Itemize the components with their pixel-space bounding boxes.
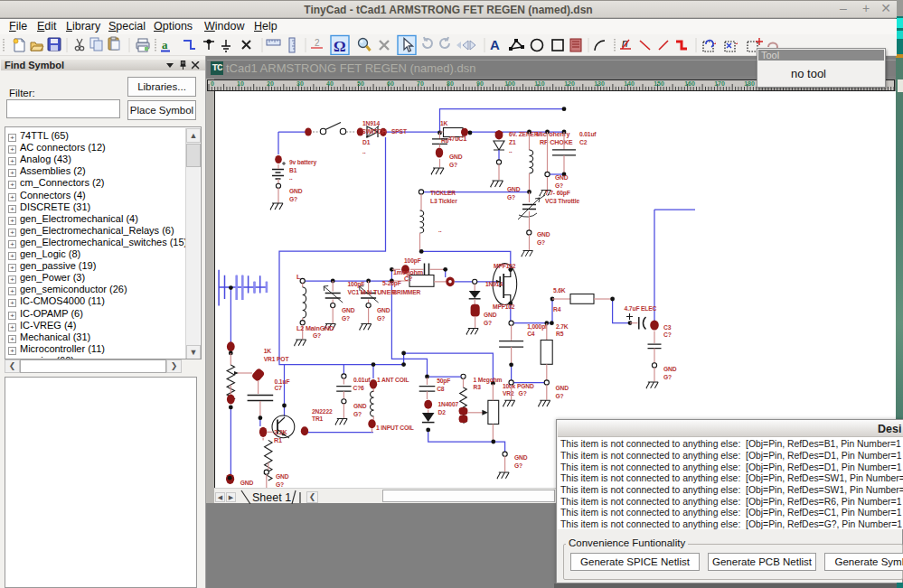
svg-text:5.6K: 5.6K: [553, 287, 566, 294]
svg-text:RF CHOKE: RF CHOKE: [540, 138, 573, 146]
svg-text:0.01uf: 0.01uf: [579, 131, 597, 137]
svg-text:GND: GND: [342, 307, 355, 313]
svg-text:TICKLER: TICKLER: [430, 190, 456, 196]
svg-text:L3 Tickler: L3 Tickler: [430, 198, 457, 204]
svg-text:..: ..: [509, 147, 513, 154]
svg-text:130: 130: [594, 80, 605, 87]
svg-text:G?: G?: [342, 315, 350, 322]
svg-text:0.01uf: 0.01uf: [353, 377, 371, 383]
svg-text:N TU: N TU: [367, 288, 381, 296]
svg-text:C4: C4: [527, 331, 535, 337]
svg-text:GND: GND: [289, 188, 303, 194]
svg-text:4.7uF ELEC: 4.7uF ELEC: [624, 305, 656, 312]
svg-text:110: 110: [534, 80, 544, 87]
svg-text:TR1: TR1: [312, 415, 324, 422]
svg-text:1N914: 1N914: [485, 281, 503, 287]
svg-text:G?: G?: [449, 162, 457, 168]
svg-text:10: 10: [237, 80, 244, 87]
svg-text:9v battery: 9v battery: [289, 159, 317, 166]
svg-text:160: 160: [684, 80, 695, 87]
svg-text:D2: D2: [437, 409, 446, 415]
svg-text:G?: G?: [555, 182, 563, 189]
svg-text:GND: GND: [240, 480, 253, 486]
svg-text:SPST: SPST: [391, 128, 408, 135]
svg-text:B1: B1: [289, 167, 297, 173]
svg-text:VC3 Throttle: VC3 Throttle: [545, 198, 579, 204]
svg-text:1N914: 1N914: [362, 120, 380, 126]
svg-text:30: 30: [296, 80, 304, 87]
svg-text:RIMMER: RIMMER: [397, 289, 421, 295]
svg-text:a: a: [162, 38, 168, 51]
svg-text:G?: G?: [276, 481, 284, 488]
svg-text:SWITCH: SWITCH: [362, 127, 386, 135]
svg-text:20: 20: [267, 80, 274, 87]
svg-text:GND: GND: [449, 154, 463, 160]
svg-text:R1: R1: [274, 436, 282, 444]
svg-text:80: 80: [447, 80, 454, 87]
svg-text:GND: GND: [555, 385, 569, 391]
svg-text:B: B: [392, 288, 398, 296]
svg-text:GND: GND: [353, 403, 367, 409]
svg-text:70: 70: [417, 80, 424, 87]
svg-text:VC1 M: VC1 M: [347, 289, 365, 295]
svg-text:1 INPUT COIL: 1 INPUT COIL: [376, 425, 414, 431]
svg-text:120: 120: [564, 80, 575, 87]
svg-text:7.7- 60pF: 7.7- 60pF: [545, 190, 570, 197]
svg-text:R4: R4: [553, 306, 561, 313]
svg-text:100pF: 100pF: [347, 281, 364, 288]
svg-text:90: 90: [476, 80, 484, 87]
svg-text:..: ..: [438, 227, 442, 233]
svg-text:140: 140: [624, 80, 635, 87]
svg-text:1 ANT COIL: 1 ANT COIL: [377, 377, 409, 383]
svg-text:R5: R5: [556, 331, 564, 337]
svg-text:1N4007: 1N4007: [437, 401, 458, 407]
svg-text:MPF102: MPF102: [493, 303, 515, 310]
svg-text:Z1: Z1: [509, 139, 516, 145]
svg-text:C?: C?: [404, 275, 412, 282]
svg-text:5-20pF: 5-20pF: [382, 280, 401, 287]
svg-text:R3: R3: [473, 384, 481, 390]
svg-text:C2: C2: [579, 139, 588, 145]
svg-text:C1: C1: [458, 135, 466, 143]
svg-text:G?: G?: [507, 194, 515, 201]
svg-text:GND: GND: [663, 366, 677, 372]
svg-text:2: 2: [315, 38, 320, 48]
svg-text:G?: G?: [555, 393, 563, 399]
svg-text:G?: G?: [537, 239, 545, 246]
svg-text:MPF102: MPF102: [494, 263, 516, 269]
svg-text:6V. ZENER: 6V. ZENER: [509, 131, 539, 137]
svg-text:GND: GND: [555, 174, 569, 181]
svg-text:D1: D1: [362, 139, 371, 145]
svg-text:C8: C8: [437, 386, 445, 392]
svg-text:60: 60: [387, 80, 394, 87]
svg-text:GND: GND: [377, 307, 390, 313]
svg-text:G?: G?: [484, 320, 492, 326]
svg-text:2.7K: 2.7K: [556, 323, 569, 330]
svg-text:180: 180: [744, 80, 755, 87]
svg-text:47u: 47u: [448, 135, 458, 142]
svg-text:GND: GND: [514, 454, 528, 461]
svg-text:G?: G?: [313, 332, 321, 339]
svg-text:100k PGND: 100k PGND: [502, 383, 533, 389]
svg-text:G?: G?: [663, 374, 672, 380]
svg-text:0.1uF: 0.1uF: [274, 378, 289, 385]
svg-text:G?: G?: [353, 411, 362, 417]
svg-text:150: 150: [654, 80, 664, 87]
svg-text:1K: 1K: [263, 348, 271, 354]
svg-text:170: 170: [714, 80, 725, 87]
svg-text:L2 MainGND: L2 MainGND: [296, 324, 334, 332]
svg-text:C3: C3: [663, 324, 672, 331]
svg-text:VR1 POT: VR1 POT: [263, 356, 289, 362]
svg-text:50pF: 50pF: [437, 378, 450, 385]
svg-text:Sheet 1: Sheet 1: [252, 491, 291, 504]
svg-text:C?: C?: [663, 331, 672, 338]
svg-text:GND: GND: [507, 186, 521, 192]
svg-text:2N2222: 2N2222: [312, 408, 333, 415]
svg-text:100: 100: [504, 80, 515, 87]
svg-text:40: 40: [326, 80, 334, 87]
svg-text:..: ..: [362, 148, 366, 154]
svg-text:G?: G?: [514, 462, 522, 469]
svg-text:50: 50: [357, 80, 364, 87]
svg-text:C?6: C?6: [353, 385, 364, 391]
svg-text:0: 0: [211, 80, 214, 87]
